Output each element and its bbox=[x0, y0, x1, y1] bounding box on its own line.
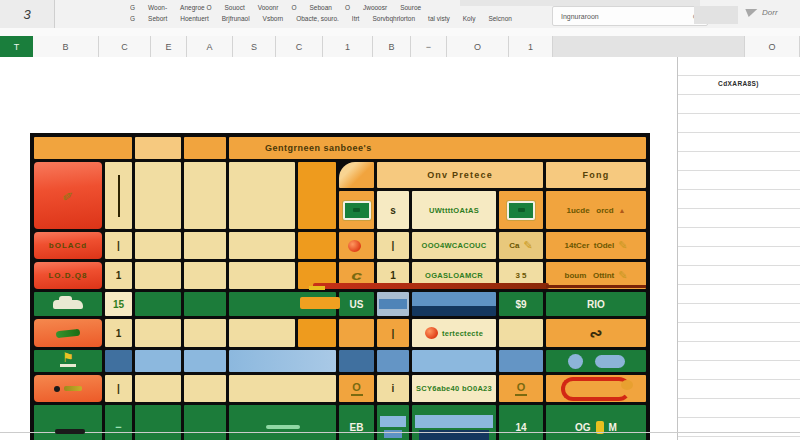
column-header[interactable]: − bbox=[411, 36, 447, 57]
table-cell[interactable] bbox=[229, 350, 336, 372]
table-cell[interactable]: i bbox=[377, 375, 409, 402]
ribbon-item[interactable]: Anegroe O bbox=[180, 4, 211, 11]
row-header[interactable]: bOLACd bbox=[34, 232, 102, 259]
table-cell[interactable] bbox=[499, 319, 543, 347]
table-cell[interactable] bbox=[184, 162, 226, 229]
table-cell[interactable] bbox=[377, 350, 409, 372]
table-cell[interactable] bbox=[135, 162, 181, 229]
table-cell[interactable]: 1 bbox=[105, 262, 132, 289]
table-cell[interactable]: 14 bbox=[499, 405, 543, 440]
notes-row[interactable] bbox=[678, 171, 800, 190]
table-cell[interactable]: SCY6abe40 bO0A23 bbox=[412, 375, 496, 402]
scrollbar-thumb[interactable] bbox=[55, 429, 85, 434]
table-cell[interactable] bbox=[377, 292, 409, 316]
table-cell[interactable]: $9 bbox=[499, 292, 543, 316]
ribbon-item[interactable]: Selcnon bbox=[488, 15, 512, 22]
notes-row[interactable] bbox=[678, 380, 800, 399]
table-cell[interactable] bbox=[135, 262, 181, 289]
notes-row[interactable] bbox=[678, 399, 800, 418]
table-cell[interactable] bbox=[135, 405, 181, 440]
ribbon-item[interactable]: Souoct bbox=[225, 4, 245, 11]
table-cell[interactable]: | bbox=[105, 232, 132, 259]
table-cell[interactable] bbox=[184, 232, 226, 259]
notes-row[interactable] bbox=[678, 133, 800, 152]
row-header[interactable] bbox=[34, 375, 102, 402]
table-cell[interactable]: − bbox=[105, 405, 132, 440]
table-cell[interactable]: | bbox=[105, 375, 132, 402]
table-cell[interactable]: RIO bbox=[546, 292, 646, 316]
table-cell[interactable] bbox=[412, 292, 496, 316]
table-cell[interactable] bbox=[135, 319, 181, 347]
ribbon-item[interactable]: Hoentuert bbox=[180, 15, 209, 22]
table-cell[interactable] bbox=[339, 350, 374, 372]
column-header[interactable]: C bbox=[276, 36, 323, 57]
column-header[interactable]: B bbox=[373, 36, 411, 57]
notes-row[interactable] bbox=[678, 361, 800, 380]
table-cell[interactable] bbox=[377, 405, 409, 440]
table-cell[interactable] bbox=[298, 232, 336, 259]
ribbon-item[interactable]: Vsborn bbox=[263, 15, 284, 22]
row-header[interactable] bbox=[34, 292, 102, 316]
table-cell[interactable] bbox=[135, 350, 181, 372]
row-header[interactable] bbox=[34, 319, 102, 347]
column-header[interactable] bbox=[553, 36, 745, 57]
table-cell[interactable] bbox=[184, 375, 226, 402]
notes-row[interactable] bbox=[678, 304, 800, 323]
ribbon-item[interactable]: G bbox=[130, 15, 135, 22]
column-header[interactable]: S bbox=[233, 36, 276, 57]
table-cell[interactable] bbox=[229, 405, 336, 440]
table-cell[interactable] bbox=[298, 319, 336, 347]
column-header[interactable]: C bbox=[99, 36, 151, 57]
ribbon-item[interactable]: Sorvbqhrlorton bbox=[372, 15, 415, 22]
table-cell[interactable] bbox=[105, 162, 132, 229]
table-cell[interactable] bbox=[184, 292, 226, 316]
table-cell[interactable] bbox=[499, 375, 543, 402]
table-cell[interactable]: s bbox=[377, 191, 409, 229]
search-input[interactable]: Ingnuraroon G bbox=[552, 6, 708, 26]
table-cell[interactable] bbox=[135, 137, 181, 159]
column-header[interactable]: A bbox=[187, 36, 233, 57]
table-cell[interactable] bbox=[339, 375, 374, 402]
row-header[interactable] bbox=[34, 350, 102, 372]
table-cell[interactable] bbox=[412, 350, 496, 372]
table-cell[interactable]: US bbox=[339, 292, 374, 316]
notes-row[interactable] bbox=[678, 190, 800, 209]
column-header[interactable]: E bbox=[151, 36, 187, 57]
table-cell[interactable]: OOO4WCACOUC bbox=[412, 232, 496, 259]
column-header[interactable]: 1 bbox=[509, 36, 553, 57]
table-cell[interactable] bbox=[34, 137, 132, 159]
column-header[interactable]: O bbox=[447, 36, 509, 57]
notes-row[interactable] bbox=[678, 266, 800, 285]
sort-filter-button[interactable]: Dorr bbox=[744, 8, 778, 17]
table-cell[interactable]: | bbox=[377, 319, 409, 347]
ribbon-item[interactable]: Woon- bbox=[148, 4, 167, 11]
table-cell[interactable] bbox=[229, 319, 295, 347]
notes-row[interactable] bbox=[678, 95, 800, 114]
ribbon-item[interactable]: Vooonr bbox=[258, 4, 279, 11]
notes-row[interactable] bbox=[678, 323, 800, 342]
table-cell[interactable] bbox=[135, 232, 181, 259]
notes-row[interactable] bbox=[678, 342, 800, 361]
table-cell[interactable]: | bbox=[377, 232, 409, 259]
table-cell[interactable]: 14tCer tOdel bbox=[546, 232, 646, 259]
row-header[interactable]: LO.D.Q8 bbox=[34, 262, 102, 289]
select-all-corner[interactable]: T bbox=[0, 36, 33, 57]
table-cell[interactable] bbox=[339, 319, 374, 347]
ribbon-item[interactable]: G bbox=[130, 4, 135, 11]
ribbon-item[interactable]: Obacte, souro. bbox=[296, 15, 339, 22]
table-cell[interactable] bbox=[229, 262, 295, 289]
table-cell[interactable] bbox=[546, 350, 646, 372]
table-cell[interactable] bbox=[499, 191, 543, 229]
table-cell[interactable] bbox=[184, 319, 226, 347]
table-cell[interactable] bbox=[184, 405, 226, 440]
notes-row[interactable] bbox=[678, 418, 800, 437]
table-cell[interactable] bbox=[546, 375, 646, 402]
notes-row[interactable] bbox=[678, 57, 800, 76]
ribbon-item[interactable]: Brjfrunaol bbox=[222, 15, 250, 22]
table-cell[interactable]: 1 bbox=[105, 319, 132, 347]
table-cell[interactable] bbox=[184, 262, 226, 289]
notes-row[interactable] bbox=[678, 209, 800, 228]
table-cell[interactable]: Ca bbox=[499, 232, 543, 259]
table-cell[interactable] bbox=[499, 350, 543, 372]
table-cell[interactable] bbox=[184, 137, 226, 159]
